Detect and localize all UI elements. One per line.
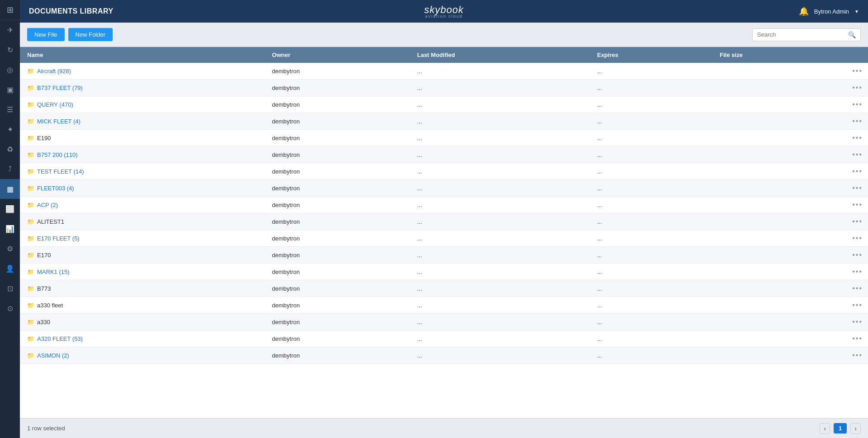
search-input[interactable]: [757, 31, 848, 38]
row-actions-menu-button[interactable]: •••: [852, 334, 863, 342]
box-icon: ⊡: [7, 284, 13, 293]
table-row[interactable]: 📁E170dembytron......•••: [20, 247, 868, 264]
cell-name: 📁TEST FLEET (14): [20, 163, 265, 180]
sidebar-item-monitor[interactable]: ▣: [0, 80, 20, 99]
folder-link[interactable]: ACP (2): [37, 202, 58, 208]
table-row[interactable]: 📁MARK1 (15)dembytron......•••: [20, 264, 868, 280]
cell-last-modified: ...: [410, 230, 590, 247]
sidebar-item-chart[interactable]: 📊: [0, 219, 20, 239]
route-icon: ⤴: [8, 165, 12, 173]
table-row[interactable]: 📁ALITEST1dembytron......•••: [20, 213, 868, 230]
table-row[interactable]: 📁A320 FLEET (53)dembytron......•••: [20, 330, 868, 347]
folder-link[interactable]: TEST FLEET (14): [37, 168, 84, 175]
cell-actions: •••: [841, 213, 868, 230]
row-actions-menu-button[interactable]: •••: [852, 201, 863, 208]
folder-link[interactable]: MICK FLEET (4): [37, 118, 81, 125]
grid-menu-icon[interactable]: ⊞: [7, 5, 14, 15]
folder-icon: 📁: [27, 319, 34, 325]
cell-name: 📁MARK1 (15): [20, 264, 265, 280]
pagination-prev-button[interactable]: ‹: [820, 423, 830, 434]
table-row[interactable]: 📁a330dembytron......•••: [20, 314, 868, 330]
row-actions-menu-button[interactable]: •••: [852, 301, 863, 309]
row-actions-menu-button[interactable]: •••: [852, 134, 863, 141]
table-row[interactable]: 📁QUERY (470)dembytron......•••: [20, 96, 868, 113]
cell-last-modified: ...: [410, 63, 590, 80]
sidebar-item-target[interactable]: ◎: [0, 60, 20, 80]
cell-last-modified: ...: [410, 213, 590, 230]
folder-link[interactable]: B757 200 (110): [37, 151, 78, 158]
sidebar-item-user[interactable]: 👤: [0, 259, 20, 278]
cell-name: 📁E170: [20, 247, 265, 264]
sidebar-item-refresh[interactable]: ↻: [0, 40, 20, 60]
row-actions-menu-button[interactable]: •••: [852, 100, 863, 108]
row-actions-menu-button[interactable]: •••: [852, 117, 863, 125]
cell-last-modified: ...: [410, 113, 590, 130]
row-actions-menu-button[interactable]: •••: [852, 151, 863, 158]
cell-expires: ...: [590, 330, 712, 347]
folder-link[interactable]: MARK1 (15): [37, 268, 70, 275]
sidebar-item-flights[interactable]: ✈: [0, 20, 20, 40]
sidebar-item-route[interactable]: ⤴: [0, 159, 20, 179]
cell-expires: ...: [590, 163, 712, 180]
folder-link[interactable]: QUERY (470): [37, 101, 73, 108]
sidebar-item-docs[interactable]: ▦: [0, 179, 20, 199]
cell-owner: dembytron: [265, 230, 410, 247]
cell-name: 📁B757 200 (110): [20, 146, 265, 163]
table-row[interactable]: 📁TEST FLEET (14)dembytron......•••: [20, 163, 868, 180]
cell-last-modified: ...: [410, 146, 590, 163]
table-row[interactable]: 📁a330 fleetdembytron......•••: [20, 297, 868, 314]
new-file-button[interactable]: New File: [27, 28, 65, 41]
row-actions-menu-button[interactable]: •••: [852, 167, 863, 175]
new-folder-button[interactable]: New Folder: [68, 28, 113, 41]
folder-link[interactable]: Aircraft (928): [37, 68, 71, 75]
row-actions-menu-button[interactable]: •••: [852, 251, 863, 259]
folder-link[interactable]: B737 FLEET (79): [37, 85, 83, 91]
table-row[interactable]: 📁B773dembytron......•••: [20, 280, 868, 297]
sidebar-item-list[interactable]: ☰: [0, 99, 20, 119]
notification-bell-icon[interactable]: 🔔: [799, 6, 809, 16]
folder-link[interactable]: FLEET003 (4): [37, 185, 74, 192]
table-row[interactable]: 📁FLEET003 (4)dembytron......•••: [20, 180, 868, 197]
user-name-label: Bytron Admin: [814, 8, 849, 15]
folder-link[interactable]: A320 FLEET (53): [37, 335, 83, 342]
sidebar-item-star[interactable]: ✦: [0, 119, 20, 139]
folder-link[interactable]: E170 FLEET (5): [37, 235, 80, 242]
table-row[interactable]: 📁B757 200 (110)dembytron......•••: [20, 146, 868, 163]
logo-sub: aviation cloud: [424, 14, 464, 19]
cell-owner: dembytron: [265, 264, 410, 280]
sidebar-item-cycle[interactable]: ♻: [0, 139, 20, 159]
row-actions-menu-button[interactable]: •••: [852, 67, 863, 75]
table-row[interactable]: 📁Aircraft (928)dembytron......•••: [20, 63, 868, 80]
row-actions-menu-button[interactable]: •••: [852, 318, 863, 325]
table-row[interactable]: 📁ACP (2)dembytron......•••: [20, 197, 868, 213]
row-actions-menu-button[interactable]: •••: [852, 351, 863, 359]
cell-file-size: [712, 180, 841, 197]
user-menu-chevron-icon[interactable]: ▼: [854, 9, 859, 14]
sidebar-item-screen[interactable]: ⬜: [0, 199, 20, 219]
folder-link[interactable]: ASIMON (2): [37, 352, 69, 359]
pagination-next-button[interactable]: ›: [850, 423, 861, 434]
folder-icon: 📁: [27, 285, 34, 292]
row-actions-menu-button[interactable]: •••: [852, 84, 863, 91]
row-actions-menu-button[interactable]: •••: [852, 184, 863, 192]
sidebar-item-settings[interactable]: ⚙: [0, 239, 20, 259]
cell-actions: •••: [841, 146, 868, 163]
row-actions-menu-button[interactable]: •••: [852, 234, 863, 242]
cell-name: 📁E190: [20, 130, 265, 146]
sidebar-item-circle[interactable]: ⊙: [0, 298, 20, 318]
toolbar: New File New Folder 🔍: [20, 23, 868, 47]
sidebar-item-box[interactable]: ⊡: [0, 278, 20, 298]
row-actions-menu-button[interactable]: •••: [852, 284, 863, 292]
table-row[interactable]: 📁B737 FLEET (79)dembytron......•••: [20, 80, 868, 96]
row-actions-menu-button[interactable]: •••: [852, 268, 863, 275]
table-row[interactable]: 📁MICK FLEET (4)dembytron......•••: [20, 113, 868, 130]
table-row[interactable]: 📁E170 FLEET (5)dembytron......•••: [20, 230, 868, 247]
row-actions-menu-button[interactable]: •••: [852, 217, 863, 225]
folder-icon: 📁: [27, 302, 34, 309]
column-header-owner: Owner: [265, 47, 410, 63]
table-row[interactable]: 📁ASIMON (2)dembytron......•••: [20, 347, 868, 364]
header: DOCUMENTS LIBRARY skybook aviation cloud…: [20, 0, 868, 23]
table-row[interactable]: 📁E190dembytron......•••: [20, 130, 868, 146]
folder-name: a330: [37, 319, 50, 325]
documents-table: Name Owner Last Modified Expires File si…: [20, 47, 868, 364]
